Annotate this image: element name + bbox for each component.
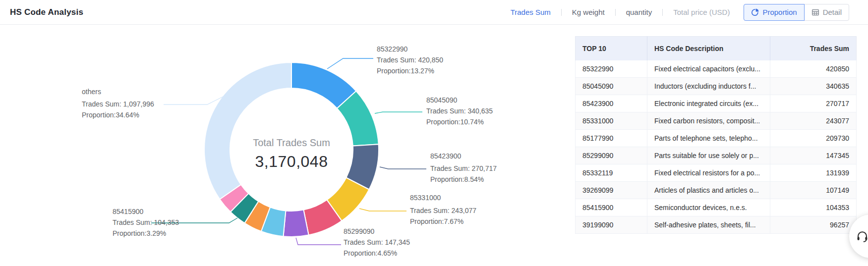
pie-chart-icon	[751, 8, 759, 16]
hs-code-cell: 39199090	[576, 216, 647, 234]
pie-callout-85415900: 85415900Trades Sum: 104,353Proportion:3.…	[113, 208, 237, 237]
hs-code-cell: 85299090	[576, 147, 647, 164]
pie-label-line: 85423900	[430, 152, 462, 160]
trades-sum-cell: 340635	[770, 78, 857, 95]
description-cell: Parts of telephone sets, telepho...	[647, 130, 770, 147]
pie-label-line: Proportion:7.67%	[410, 217, 463, 225]
pie-label-line: Trades Sum: 340,635	[426, 107, 493, 115]
hs-code-cell: 85415900	[576, 199, 647, 216]
pie-label-line: Proportion:10.74%	[426, 118, 484, 126]
hs-code-cell: 85177990	[576, 130, 647, 147]
donut-chart: 85322990Trades Sum: 420,850Proportion:13…	[0, 25, 516, 266]
table-icon	[811, 8, 819, 16]
table-row: 85045090 Inductors (excluding inductors …	[576, 78, 857, 95]
trades-sum-cell: 104353	[770, 199, 857, 216]
table-row: 85177990 Parts of telephone sets, teleph…	[576, 130, 857, 147]
column-header-top10: TOP 10	[576, 37, 647, 61]
pie-slice-85299090[interactable]	[284, 210, 309, 237]
hs-code-cell: 85332119	[576, 164, 647, 182]
trades-sum-cell: 420850	[770, 60, 857, 78]
pie-callout-others: othersTrades Sum: 1,097,996Proportion:34…	[82, 88, 228, 119]
table-row: 39199090 Self-adhesive plates, sheets, f…	[576, 216, 857, 234]
pie-label-line: Trades Sum: 270,717	[430, 164, 497, 172]
view-toggle-group: Proportion Detail	[744, 4, 849, 21]
pie-callout-85423900: 85423900Trades Sum: 270,717Proportion:8.…	[380, 152, 497, 183]
description-cell: Fixed electrical resistors for a po...	[647, 164, 770, 182]
description-cell: Self-adhesive plates, sheets, fil...	[647, 216, 770, 234]
detail-button[interactable]: Detail	[804, 4, 849, 21]
pie-label-line: 85415900	[113, 208, 144, 215]
table-row: 85415900 Semiconductor devices, n.e.s. 1…	[576, 199, 857, 216]
pie-label-line: Trades Sum: 1,097,996	[82, 100, 154, 108]
hs-code-cell: 85423900	[576, 95, 647, 112]
pie-callout-85331000: 85331000Trades Sum: 243,077Proportion:7.…	[359, 194, 476, 225]
trades-sum-cell: 243077	[770, 112, 857, 130]
pie-callout-85045090: 85045090Trades Sum: 340,635Proportion:10…	[375, 96, 493, 126]
tab-kg-weight[interactable]: Kg weight	[572, 8, 605, 16]
tab-separator	[662, 9, 663, 16]
table-row: 85299090 Parts suitable for use solely o…	[576, 147, 857, 164]
description-cell: Parts suitable for use solely or p...	[647, 147, 770, 164]
description-cell: Electronic integrated circuits (ex...	[647, 95, 770, 112]
pie-label-line: Trades Sum: 104,353	[113, 218, 179, 226]
pie-label-line: Trades Sum: 420,850	[377, 56, 443, 64]
trades-sum-cell: 131939	[770, 164, 857, 182]
hs-code-cell: 85331000	[576, 112, 647, 130]
table-row: 85331000 Fixed carbon resistors, composi…	[576, 112, 857, 130]
proportion-button-label: Proportion	[762, 8, 797, 16]
trades-sum-cell: 96257	[770, 216, 857, 234]
table-header-row: TOP 10 HS Code Description Trades Sum	[576, 37, 857, 61]
pie-label-line: 85299090	[344, 227, 375, 235]
pie-label-line: Proportion:4.65%	[344, 249, 397, 257]
tab-trades-sum[interactable]: Trades Sum	[511, 8, 551, 16]
description-cell: Semiconductor devices, n.e.s.	[647, 199, 770, 216]
pie-label-line: others	[82, 88, 101, 96]
pie-label-line: Proportion:34.64%	[82, 111, 139, 119]
hs-code-cell: 39269099	[576, 182, 647, 199]
page-title: HS Code Analysis	[10, 0, 83, 24]
chart-center-value: 3,170,048	[255, 153, 328, 170]
pie-label-line: 85045090	[426, 96, 458, 104]
top10-table: TOP 10 HS Code Description Trades Sum 85…	[575, 36, 856, 234]
proportion-button[interactable]: Proportion	[744, 4, 804, 21]
tab-total-price[interactable]: Total price (USD)	[673, 8, 730, 16]
pie-label-line: Trades Sum: 243,077	[410, 207, 476, 214]
description-cell: Fixed electrical capacitors (exclu...	[647, 60, 770, 78]
table-row: 85332119 Fixed electrical resistors for …	[576, 164, 857, 182]
pie-label-line: Proportion:13.27%	[377, 67, 434, 75]
trades-sum-cell: 147345	[770, 147, 857, 164]
hs-code-cell: 85322990	[576, 60, 647, 78]
detail-button-label: Detail	[823, 8, 842, 16]
tab-separator	[561, 9, 562, 16]
pie-label-line: 85322990	[377, 45, 408, 53]
headset-icon	[849, 230, 868, 243]
tab-quantity[interactable]: quantity	[626, 8, 652, 16]
pie-slice-others[interactable]	[204, 62, 291, 199]
trades-sum-cell: 107149	[770, 182, 857, 199]
top-bar: HS Code Analysis Trades Sum Kg weight qu…	[0, 0, 868, 25]
description-cell: Inductors (excluding inductors f...	[647, 78, 770, 95]
tab-separator	[615, 9, 616, 16]
column-header-trades-sum: Trades Sum	[770, 37, 857, 61]
pie-label-line: 85331000	[410, 194, 441, 202]
description-cell: Articles of plastics and articles o...	[647, 182, 770, 199]
description-cell: Fixed carbon resistors, composit...	[647, 112, 770, 130]
pie-label-line: Trades Sum: 147,345	[344, 238, 410, 246]
metric-tabs: Trades Sum Kg weight quantity Total pric…	[511, 0, 849, 24]
column-header-description: HS Code Description	[647, 37, 770, 61]
table-row: 85423900 Electronic integrated circuits …	[576, 95, 857, 112]
hs-code-cell: 85045090	[576, 78, 647, 95]
pie-label-line: Proportion:8.54%	[430, 175, 484, 183]
pie-callout-85322990: 85322990Trades Sum: 420,850Proportion:13…	[327, 45, 443, 75]
trades-sum-cell: 209730	[770, 130, 857, 147]
pie-label-line: Proportion:3.29%	[113, 229, 166, 237]
hs-code-analysis-page: HS Code Analysis Trades Sum Kg weight qu…	[0, 0, 868, 266]
table-row: 39269099 Articles of plastics and articl…	[576, 182, 857, 199]
table-row: 85322990 Fixed electrical capacitors (ex…	[576, 60, 857, 78]
trades-sum-cell: 270717	[770, 95, 857, 112]
chart-center-label: Total Trades Sum	[253, 137, 330, 148]
